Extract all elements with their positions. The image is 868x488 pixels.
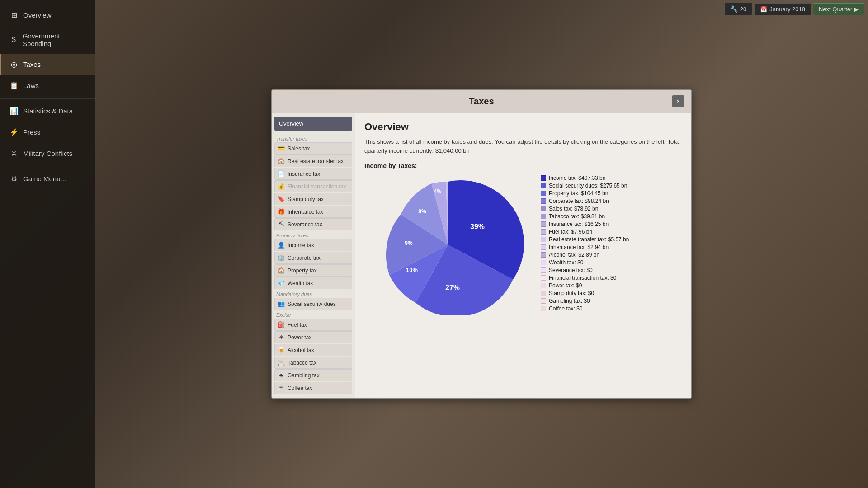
legend-text: Severance tax: $0 xyxy=(549,267,593,273)
transfer-taxes-label: Transfer taxes xyxy=(274,134,352,142)
legend-item: Property tax: $104.45 bn xyxy=(541,190,682,197)
cat-social-security[interactable]: 👥 Social security dues xyxy=(274,298,352,310)
sidebar-item-government-spending[interactable]: $ Government Spending xyxy=(0,26,95,54)
taxes-icon: ◎ xyxy=(9,60,19,69)
legend-color-box xyxy=(541,214,546,219)
taxes-modal: Taxes × Overview Transfer taxes 💳 Sales … xyxy=(271,89,692,399)
legend-color-box xyxy=(541,183,546,188)
modal-body: Overview Transfer taxes 💳 Sales tax 🏠 Re… xyxy=(272,113,691,398)
sidebar-item-military[interactable]: ⚔ Military Conflicts xyxy=(0,143,95,164)
inheritance-icon: 🎁 xyxy=(278,208,285,215)
sidebar-divider xyxy=(0,98,95,99)
legend-text: Financial transaction tax: $0 xyxy=(549,275,616,281)
income-icon: 👤 xyxy=(278,242,285,249)
sidebar-label-statistics: Statistics & Data xyxy=(23,107,73,115)
pie-chart: 39% 27% 10% 9% 8% 4% xyxy=(364,175,532,315)
legend-text: Corparate tax: $98.24 bn xyxy=(549,198,609,204)
press-icon: ⚡ xyxy=(9,128,19,136)
sidebar-label-game-menu: Game Menu... xyxy=(23,175,66,183)
alcohol-icon: 🍺 xyxy=(278,347,285,353)
modal-overlay: Taxes × Overview Transfer taxes 💳 Sales … xyxy=(95,0,868,488)
property-taxes-label: Property taxes xyxy=(274,231,352,239)
legend-text: Sales tax: $78.92 bn xyxy=(549,206,598,212)
legend-color-box xyxy=(541,237,546,242)
pie-label-8: 8% xyxy=(418,208,426,215)
stamp-icon: 🔖 xyxy=(278,196,285,202)
fuel-icon: ⛽ xyxy=(278,321,285,328)
wrench-icon: 🔧 xyxy=(730,5,738,13)
legend-item: Corparate tax: $98.24 bn xyxy=(541,198,682,204)
sidebar-item-statistics[interactable]: 📊 Statistics & Data xyxy=(0,100,95,122)
legend-text: Income tax: $407.33 bn xyxy=(549,175,605,181)
cat-fuel-tax[interactable]: ⛽ Fuel tax xyxy=(274,319,352,331)
sidebar: ⊞ Overview $ Government Spending ◎ Taxes… xyxy=(0,0,95,488)
sidebar-label-military: Military Conflicts xyxy=(23,150,72,157)
cat-corporate-tax[interactable]: 🏢 Corparate tax xyxy=(274,252,352,264)
legend-text: Insurance tax: $16.25 bn xyxy=(549,221,609,227)
legend-item: Stamp duty tax: $0 xyxy=(541,290,682,296)
legend-text: Wealth tax: $0 xyxy=(549,259,584,266)
coffee-icon: ☕ xyxy=(278,385,285,391)
legend-color-box xyxy=(541,198,546,204)
social-security-icon: 👥 xyxy=(278,300,285,307)
tabacco-icon: 🚬 xyxy=(278,359,285,366)
cat-severance-tax[interactable]: ⛏ Severance tax xyxy=(274,218,352,230)
sidebar-item-overview[interactable]: ⊞ Overview xyxy=(0,5,95,26)
categories-panel: Overview Transfer taxes 💳 Sales tax 🏠 Re… xyxy=(272,113,355,398)
content-title: Overview xyxy=(364,121,682,133)
cat-property-tax[interactable]: 🏠 Property tax xyxy=(274,264,352,277)
cat-gambling-tax[interactable]: ♣ Gambling tax xyxy=(274,369,352,381)
cat-tabacco-tax[interactable]: 🚬 Tabacco tax xyxy=(274,357,352,369)
cat-stamp-duty-tax[interactable]: 🔖 Stamp duty tax xyxy=(274,193,352,205)
sidebar-label-government-spending: Government Spending xyxy=(23,32,87,47)
sales-tax-icon: 💳 xyxy=(278,145,285,152)
cat-real-estate-transfer-tax[interactable]: 🏠 Real estate transfer tax xyxy=(274,155,352,167)
severance-icon: ⛏ xyxy=(278,221,285,228)
cat-insurance-tax[interactable]: 📄 Insurance tax xyxy=(274,168,352,180)
sidebar-item-game-menu[interactable]: ⚙ Game Menu... xyxy=(0,168,95,189)
pie-label-4: 4% xyxy=(434,188,441,194)
legend-text: Inheritance tax: $2.94 bn xyxy=(549,244,609,250)
cat-alcohol-tax[interactable]: 🍺 Alcohol tax xyxy=(274,344,352,356)
legend-item: Tabacco tax: $39.81 bn xyxy=(541,213,682,220)
modal-close-button[interactable]: × xyxy=(672,95,684,107)
cat-sales-tax[interactable]: 💳 Sales tax xyxy=(274,142,352,155)
cat-income-tax[interactable]: 👤 Income tax xyxy=(274,239,352,251)
next-quarter-button[interactable]: Next Quarter ▶ xyxy=(813,3,864,15)
legend-item: Power tax: $0 xyxy=(541,282,682,289)
cat-coffee-tax[interactable]: ☕ Coffee tax xyxy=(274,382,352,394)
content-description: This shows a list of all income by taxes… xyxy=(364,137,682,155)
corporate-icon: 🏢 xyxy=(278,254,285,261)
legend-color-box xyxy=(541,191,546,196)
legend-item: Inheritance tax: $2.94 bn xyxy=(541,244,682,250)
cat-power-tax[interactable]: ✳ Power tax xyxy=(274,331,352,343)
legend-item: Coffee tax: $0 xyxy=(541,305,682,312)
cat-inheritance-tax[interactable]: 🎁 Inheritance tax xyxy=(274,206,352,218)
excise-label: Excise xyxy=(274,310,352,319)
sidebar-item-press[interactable]: ⚡ Press xyxy=(0,122,95,143)
pie-label-27: 27% xyxy=(445,284,460,291)
legend-text: Property tax: $104.45 bn xyxy=(549,190,608,197)
cat-wealth-tax[interactable]: 💎 Wealth tax xyxy=(274,277,352,289)
legend-color-box xyxy=(541,206,546,211)
content-panel: Overview This shows a list of all income… xyxy=(355,113,691,398)
cat-financial-transaction-tax[interactable]: 💰 Financial transaction tax xyxy=(274,180,352,192)
sidebar-divider-2 xyxy=(0,166,95,166)
sidebar-item-laws[interactable]: 📋 Laws xyxy=(0,75,95,96)
sidebar-item-taxes[interactable]: ◎ Taxes xyxy=(0,54,95,75)
pie-label-10: 10% xyxy=(406,267,418,273)
power-icon: ✳ xyxy=(278,334,285,341)
calendar-icon: 📅 xyxy=(760,6,767,13)
legend-color-box xyxy=(541,283,546,288)
overview-button[interactable]: Overview xyxy=(274,117,352,131)
legend-item: Social security dues: $275.65 bn xyxy=(541,183,682,189)
sidebar-label-laws: Laws xyxy=(23,82,39,89)
income-label: Income by Taxes: xyxy=(364,162,682,169)
sidebar-label-taxes: Taxes xyxy=(23,61,41,68)
sidebar-label-overview: Overview xyxy=(23,11,52,19)
legend-color-box xyxy=(541,252,546,258)
property-icon: 🏠 xyxy=(278,267,285,274)
sidebar-label-press: Press xyxy=(23,128,40,136)
chart-area: 39% 27% 10% 9% 8% 4% Income tax: $407.33… xyxy=(364,175,682,315)
military-icon: ⚔ xyxy=(9,149,19,158)
